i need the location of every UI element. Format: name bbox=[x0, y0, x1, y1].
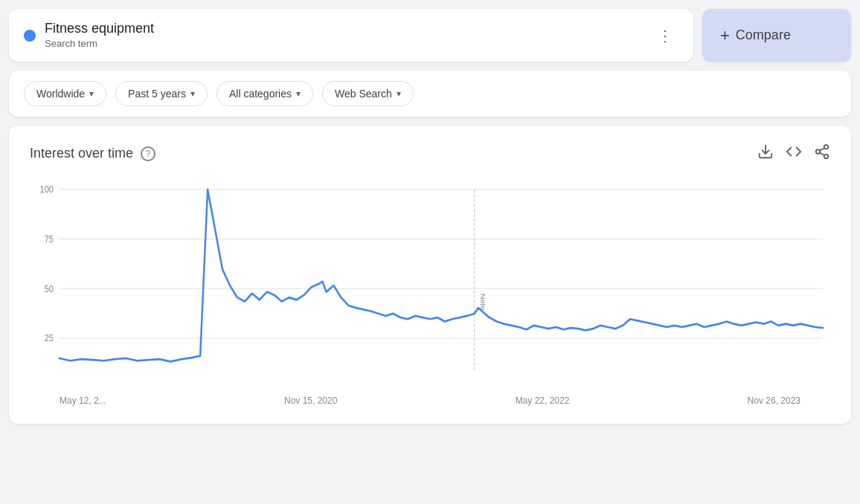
region-label: Worldwide bbox=[36, 88, 85, 100]
x-label-2: Nov 15, 2020 bbox=[284, 395, 337, 406]
time-label: Past 5 years bbox=[128, 88, 186, 100]
svg-text:100: 100 bbox=[40, 185, 54, 194]
chart-title: Interest over time bbox=[30, 146, 133, 161]
search-term-subtitle: Search term bbox=[45, 38, 97, 49]
search-term-text: Fitness equipment Search term bbox=[45, 21, 154, 50]
search-term-card: Fitness equipment Search term ⋮ bbox=[9, 9, 693, 62]
chart-area: 100 75 50 25 Note bbox=[30, 181, 830, 390]
search-type-filter[interactable]: Web Search ▾ bbox=[322, 81, 414, 106]
chevron-down-icon: ▾ bbox=[190, 88, 195, 99]
help-icon[interactable]: ? bbox=[141, 146, 155, 161]
x-label-3: May 22, 2022 bbox=[516, 395, 570, 406]
embed-button[interactable] bbox=[786, 143, 802, 164]
chevron-down-icon: ▾ bbox=[296, 88, 301, 99]
svg-line-5 bbox=[820, 148, 824, 151]
chevron-down-icon: ▾ bbox=[397, 88, 401, 99]
question-mark: ? bbox=[146, 149, 151, 159]
region-filter[interactable]: Worldwide ▾ bbox=[24, 81, 106, 106]
chart-header: Interest over time ? bbox=[30, 143, 830, 164]
category-label: All categories bbox=[229, 88, 292, 100]
plus-icon: + bbox=[720, 26, 730, 45]
compare-label: Compare bbox=[736, 28, 791, 43]
search-term-title: Fitness equipment bbox=[45, 21, 154, 36]
series-color-dot bbox=[24, 30, 36, 42]
chart-actions bbox=[757, 143, 830, 164]
x-axis-labels: May 12, 2... Nov 15, 2020 May 22, 2022 N… bbox=[30, 390, 830, 406]
category-filter[interactable]: All categories ▾ bbox=[216, 81, 313, 106]
compare-card[interactable]: + Compare bbox=[702, 9, 851, 62]
chart-svg: 100 75 50 25 Note bbox=[30, 181, 830, 390]
search-term-left: Fitness equipment Search term bbox=[24, 21, 154, 50]
svg-text:50: 50 bbox=[45, 284, 54, 293]
svg-text:75: 75 bbox=[45, 234, 54, 243]
svg-text:Note: Note bbox=[479, 294, 487, 311]
x-label-1: May 12, 2... bbox=[60, 395, 106, 406]
download-button[interactable] bbox=[757, 143, 774, 164]
search-type-label: Web Search bbox=[335, 88, 392, 100]
svg-line-4 bbox=[820, 152, 824, 155]
chart-title-group: Interest over time ? bbox=[30, 146, 155, 161]
interest-over-time-card: Interest over time ? bbox=[9, 126, 851, 424]
filter-bar: Worldwide ▾ Past 5 years ▾ All categorie… bbox=[9, 71, 851, 117]
x-label-4: Nov 26, 2023 bbox=[748, 395, 800, 406]
svg-text:25: 25 bbox=[45, 334, 54, 343]
share-button[interactable] bbox=[814, 143, 830, 164]
more-options-button[interactable]: ⋮ bbox=[652, 24, 678, 48]
time-filter[interactable]: Past 5 years ▾ bbox=[115, 81, 208, 106]
chevron-down-icon: ▾ bbox=[89, 88, 94, 99]
